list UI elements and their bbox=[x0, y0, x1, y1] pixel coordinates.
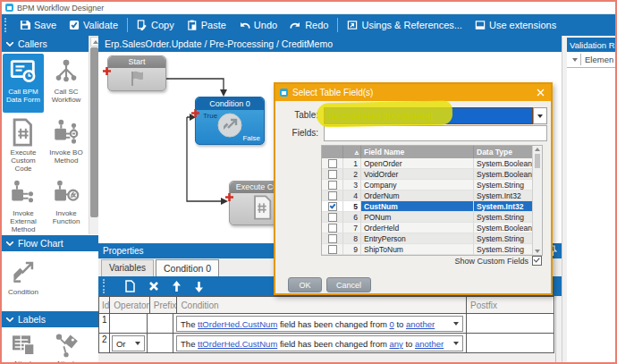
sidebar-section-flow-chart[interactable]: Flow Chart bbox=[2, 235, 98, 251]
operator-dropdown[interactable]: Or bbox=[112, 335, 145, 351]
field-row[interactable]: 6PONumSystem.String bbox=[322, 212, 542, 223]
row-checkbox[interactable] bbox=[328, 245, 337, 254]
fields-grid-scrollbar[interactable] bbox=[532, 146, 542, 255]
copy-button[interactable]: Copy bbox=[131, 17, 181, 33]
chevron-down-icon bbox=[6, 42, 13, 47]
column-operator: Operator bbox=[110, 297, 149, 313]
row-checkbox[interactable] bbox=[328, 191, 337, 200]
sidebar-item-call-bpm-data-form[interactable]: Call BPM Data Form bbox=[3, 54, 44, 113]
row-checkbox-checked[interactable] bbox=[328, 202, 337, 211]
field-row[interactable]: 1OpenOrderSystem.Boolean bbox=[322, 158, 542, 169]
sidebar-item-attach-tag[interactable]: Attach bbox=[46, 329, 87, 362]
ok-button[interactable]: OK bbox=[288, 277, 322, 292]
add-marker-icon[interactable] bbox=[102, 66, 112, 76]
sidebar-item-attach-grid[interactable]: Attach bbox=[3, 329, 44, 362]
chevron-down-icon bbox=[6, 317, 13, 322]
scroll-up-icon[interactable] bbox=[535, 148, 540, 151]
sidebar-item-invoke-external-method[interactable]: Invoke External Method bbox=[3, 175, 44, 234]
field-link[interactable]: ttOrderHed.CustNum bbox=[198, 339, 277, 349]
sidebar-scrollbar[interactable] bbox=[89, 36, 98, 234]
window-title: BPM Workflow Designer bbox=[17, 4, 104, 13]
field-row[interactable]: 7OrderHeldSystem.Boolean bbox=[322, 223, 542, 233]
row-checkbox[interactable] bbox=[328, 159, 337, 168]
field-row[interactable]: 8EntryPersonSystem.String bbox=[322, 233, 542, 244]
table-dropdown-button[interactable] bbox=[533, 107, 547, 124]
move-up-button[interactable] bbox=[172, 281, 182, 292]
validate-button[interactable]: Validate bbox=[63, 17, 124, 33]
show-custom-fields-checkbox[interactable] bbox=[532, 256, 542, 266]
condition-node-icon bbox=[216, 112, 243, 139]
undo-button[interactable]: Undo bbox=[232, 17, 283, 33]
sidebar-item-call-sc-workflow[interactable]: Call SC Workflow bbox=[46, 54, 87, 113]
tab-variables-label: Variables bbox=[109, 263, 146, 273]
add-marker-icon[interactable] bbox=[224, 192, 234, 202]
to-value-link[interactable]: another bbox=[406, 319, 435, 329]
usings-references-button[interactable]: Usings & References... bbox=[341, 17, 469, 33]
scrollbar-thumb[interactable] bbox=[535, 154, 540, 168]
scroll-up-button[interactable] bbox=[90, 37, 98, 47]
sidebar-item-condition[interactable]: Condition bbox=[3, 254, 44, 308]
cancel-button[interactable]: Cancel bbox=[326, 277, 371, 292]
tab-variables[interactable]: Variables bbox=[101, 259, 154, 276]
sidebar-item-invoke-function[interactable]: Invoke Function bbox=[46, 175, 87, 234]
breadcrumb: Erp.SalesOrder.Update / Pre-Processing /… bbox=[98, 36, 562, 52]
sidebar-section-labels[interactable]: Labels bbox=[2, 311, 98, 327]
to-value-link[interactable]: another bbox=[415, 339, 444, 349]
copy-icon bbox=[137, 20, 148, 30]
field-row[interactable]: 3CompanySystem.String bbox=[322, 180, 542, 190]
fields-grid-header[interactable]: ▵ Field Name Data Type bbox=[322, 146, 542, 158]
sidebar-item-label: Condition bbox=[3, 288, 44, 296]
callers-header-label: Callers bbox=[18, 38, 47, 49]
redo-button[interactable]: Redo bbox=[283, 17, 334, 33]
move-down-button[interactable] bbox=[194, 281, 204, 292]
dialog-titlebar[interactable]: Select Table Field(s) bbox=[275, 84, 551, 101]
execute-custom-code-icon bbox=[8, 117, 38, 148]
node-condition-0[interactable]: Condition 0 True False bbox=[195, 97, 265, 145]
row-checkbox[interactable] bbox=[328, 234, 337, 243]
toolbar-grip[interactable] bbox=[4, 18, 9, 32]
row-id: 2 bbox=[98, 334, 110, 352]
usings-references-label: Usings & References... bbox=[361, 20, 462, 30]
save-button[interactable]: Save bbox=[13, 17, 63, 33]
node-start[interactable]: Start bbox=[107, 55, 166, 91]
condition-dropdown[interactable]: The ttOrderHed.CustNum field has been ch… bbox=[176, 316, 463, 332]
invoke-bo-method-icon bbox=[51, 117, 81, 148]
close-icon[interactable] bbox=[533, 86, 547, 100]
attach-tag-icon bbox=[52, 332, 80, 359]
condition-false-label: False bbox=[242, 134, 260, 142]
row-checkbox[interactable] bbox=[328, 170, 337, 179]
labels-header-label: Labels bbox=[18, 314, 46, 325]
add-marker-icon[interactable] bbox=[190, 108, 200, 118]
condition-dropdown[interactable]: The ttOrderHed.CustNum field has been ch… bbox=[176, 335, 463, 351]
sidebar-item-execute-custom-code[interactable]: Execute Custom Code bbox=[3, 114, 44, 174]
sidebar-section-callers[interactable]: Callers bbox=[2, 36, 89, 52]
row-checkbox[interactable] bbox=[328, 213, 337, 222]
window-titlebar: BPM Workflow Designer bbox=[2, 2, 615, 14]
row-checkbox[interactable] bbox=[328, 224, 337, 233]
filter-dropdown-icon[interactable] bbox=[569, 54, 581, 65]
scroll-down-icon[interactable] bbox=[535, 250, 540, 253]
tab-condition-0-label: Condition 0 bbox=[164, 263, 211, 274]
paste-button[interactable]: Paste bbox=[181, 17, 232, 33]
use-extensions-button[interactable]: Use extensions bbox=[469, 17, 562, 33]
toolbar-grip[interactable] bbox=[103, 279, 107, 293]
fields-filter-input[interactable] bbox=[324, 125, 547, 141]
toolbox-sidebar: Callers Call BPM Data Form Call SC Workf… bbox=[2, 36, 98, 362]
operator-cell: Or bbox=[110, 334, 148, 352]
delete-row-button[interactable] bbox=[148, 281, 159, 292]
sidebar-item-invoke-bo-method[interactable]: Invoke BO Method bbox=[46, 114, 87, 174]
field-row-selected[interactable]: 5CustNumSystem.Int32 bbox=[322, 201, 542, 212]
from-value-link[interactable]: any bbox=[389, 339, 402, 349]
postfix-cell bbox=[467, 314, 554, 334]
new-row-button[interactable] bbox=[124, 280, 136, 292]
field-row[interactable]: 9ShipToNumSystem.String bbox=[322, 244, 542, 255]
bpm-data-form-icon bbox=[8, 56, 38, 87]
tab-condition-0[interactable]: Condition 0 bbox=[156, 259, 219, 276]
row-checkbox[interactable] bbox=[328, 181, 337, 190]
chevron-down-icon bbox=[6, 241, 13, 246]
field-row[interactable]: 2VoidOrderSystem.Boolean bbox=[322, 169, 542, 180]
scrollbar-thumb[interactable] bbox=[90, 47, 98, 217]
field-link[interactable]: ttOrderHed.CustNum bbox=[198, 319, 277, 329]
node-start-title: Start bbox=[108, 56, 165, 68]
field-row[interactable]: 4OrderNumSystem.Int32 bbox=[322, 190, 542, 201]
